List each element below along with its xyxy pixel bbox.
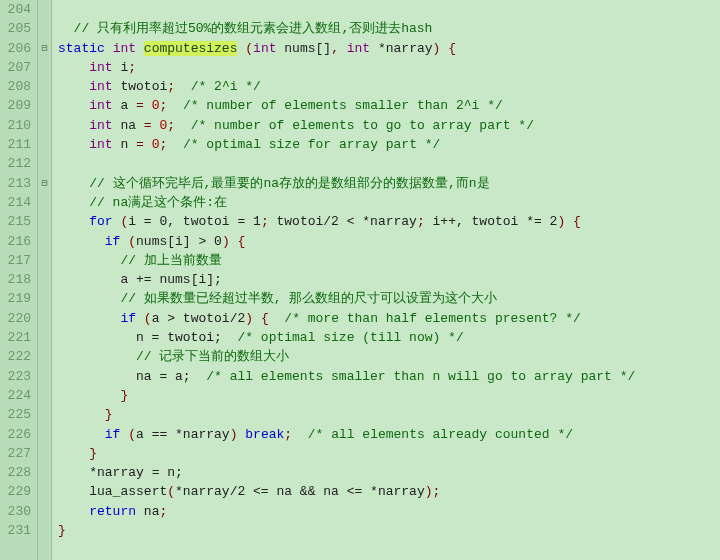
fold-cell	[38, 502, 51, 521]
fold-cell	[38, 77, 51, 96]
line-number: 223	[4, 367, 31, 386]
fold-cell	[38, 232, 51, 251]
fold-cell	[38, 116, 51, 135]
line-number: 219	[4, 289, 31, 308]
line-number: 205	[4, 19, 31, 38]
line-number: 210	[4, 116, 31, 135]
code-line[interactable]: a += nums[i];	[58, 270, 635, 289]
line-number: 208	[4, 77, 31, 96]
code-line[interactable]: int twotoi; /* 2^i */	[58, 77, 635, 96]
code-line[interactable]: // 这个循环完毕后,最重要的na存放的是数组部分的数据数量,而n是	[58, 174, 635, 193]
code-line[interactable]: if (nums[i] > 0) {	[58, 232, 635, 251]
line-number: 228	[4, 463, 31, 482]
code-line[interactable]: // 如果数量已经超过半数, 那么数组的尺寸可以设置为这个大小	[58, 289, 635, 308]
line-number: 221	[4, 328, 31, 347]
fold-cell	[38, 405, 51, 424]
code-line[interactable]: *narray = n;	[58, 463, 635, 482]
line-number: 206	[4, 39, 31, 58]
code-line[interactable]: n = twotoi; /* optimal size (till now) *…	[58, 328, 635, 347]
fold-cell	[38, 135, 51, 154]
code-line[interactable]: int na = 0; /* number of elements to go …	[58, 116, 635, 135]
code-line[interactable]: int i;	[58, 58, 635, 77]
line-number: 227	[4, 444, 31, 463]
fold-cell	[38, 251, 51, 270]
fold-toggle-icon[interactable]: ⊟	[38, 39, 51, 58]
code-line[interactable]: }	[58, 444, 635, 463]
fold-cell	[38, 463, 51, 482]
fold-cell	[38, 58, 51, 77]
line-number: 225	[4, 405, 31, 424]
fold-cell	[38, 309, 51, 328]
fold-cell	[38, 212, 51, 231]
fold-cell	[38, 289, 51, 308]
code-line[interactable]: return na;	[58, 502, 635, 521]
code-line[interactable]: int a = 0; /* number of elements smaller…	[58, 96, 635, 115]
fold-cell	[38, 96, 51, 115]
code-line[interactable]: // na满足这个条件:在	[58, 193, 635, 212]
code-line[interactable]: na = a; /* all elements smaller than n w…	[58, 367, 635, 386]
line-number: 217	[4, 251, 31, 270]
line-number: 216	[4, 232, 31, 251]
fold-cell	[38, 521, 51, 540]
line-number: 231	[4, 521, 31, 540]
code-line[interactable]: // 只有利用率超过50%的数组元素会进入数组,否则进去hash	[58, 19, 635, 38]
line-number: 214	[4, 193, 31, 212]
fold-cell	[38, 386, 51, 405]
line-number: 211	[4, 135, 31, 154]
line-number-gutter: 2042052062072082092102112122132142152162…	[0, 0, 38, 560]
fold-cell	[38, 0, 51, 19]
code-line[interactable]	[58, 0, 635, 19]
line-number: 230	[4, 502, 31, 521]
line-number: 207	[4, 58, 31, 77]
line-number: 229	[4, 482, 31, 501]
fold-cell	[38, 347, 51, 366]
line-number: 209	[4, 96, 31, 115]
code-line[interactable]: static int computesizes (int nums[], int…	[58, 39, 635, 58]
code-line[interactable]: lua_assert(*narray/2 <= na && na <= *nar…	[58, 482, 635, 501]
code-line[interactable]: if (a > twotoi/2) { /* more than half el…	[58, 309, 635, 328]
code-line[interactable]: for (i = 0, twotoi = 1; twotoi/2 < *narr…	[58, 212, 635, 231]
line-number: 222	[4, 347, 31, 366]
fold-cell	[38, 19, 51, 38]
code-area[interactable]: // 只有利用率超过50%的数组元素会进入数组,否则进去hashstatic i…	[52, 0, 635, 560]
line-number: 212	[4, 154, 31, 173]
code-line[interactable]: // 加上当前数量	[58, 251, 635, 270]
fold-cell	[38, 482, 51, 501]
fold-cell	[38, 193, 51, 212]
code-line[interactable]: // 记录下当前的数组大小	[58, 347, 635, 366]
code-line[interactable]: }	[58, 521, 635, 540]
line-number: 220	[4, 309, 31, 328]
line-number: 204	[4, 0, 31, 19]
code-line[interactable]: if (a == *narray) break; /* all elements…	[58, 425, 635, 444]
line-number: 218	[4, 270, 31, 289]
fold-cell	[38, 270, 51, 289]
line-number: 224	[4, 386, 31, 405]
fold-cell	[38, 154, 51, 173]
fold-column: ⊟⊟	[38, 0, 52, 560]
fold-toggle-icon[interactable]: ⊟	[38, 174, 51, 193]
fold-cell	[38, 328, 51, 347]
line-number: 213	[4, 174, 31, 193]
code-line[interactable]: }	[58, 386, 635, 405]
code-line[interactable]: int n = 0; /* optimal size for array par…	[58, 135, 635, 154]
code-line[interactable]	[58, 154, 635, 173]
line-number: 226	[4, 425, 31, 444]
fold-cell	[38, 444, 51, 463]
line-number: 215	[4, 212, 31, 231]
code-line[interactable]: }	[58, 405, 635, 424]
code-editor: 2042052062072082092102112122132142152162…	[0, 0, 720, 560]
fold-cell	[38, 425, 51, 444]
fold-cell	[38, 367, 51, 386]
